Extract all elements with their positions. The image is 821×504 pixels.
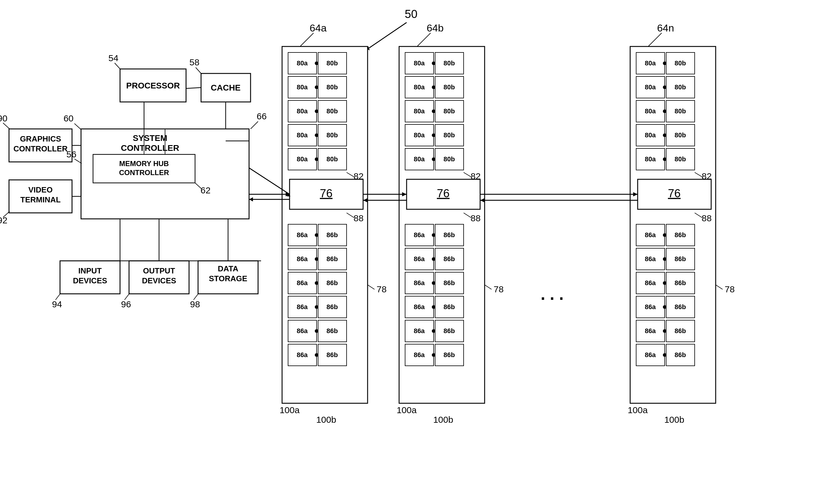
- svg-text:86a: 86a: [645, 279, 656, 287]
- svg-text:86b: 86b: [327, 231, 338, 239]
- svg-text:CONTROLLER: CONTROLLER: [119, 168, 169, 177]
- svg-text:88: 88: [702, 213, 712, 223]
- svg-text:80a: 80a: [414, 155, 425, 163]
- svg-text:80a: 80a: [414, 59, 425, 67]
- svg-text:60: 60: [64, 113, 73, 123]
- svg-text:86b: 86b: [675, 255, 686, 263]
- svg-text:100a: 100a: [397, 405, 417, 415]
- svg-text:94: 94: [52, 299, 62, 309]
- svg-text:. . .: . . .: [541, 285, 563, 303]
- svg-text:86a: 86a: [645, 303, 656, 311]
- svg-text:100a: 100a: [628, 405, 648, 415]
- svg-text:80a: 80a: [414, 131, 425, 139]
- svg-text:GRAPHICS: GRAPHICS: [20, 134, 61, 143]
- svg-text:80b: 80b: [675, 83, 686, 91]
- svg-text:80a: 80a: [297, 107, 308, 115]
- svg-text:100a: 100a: [280, 405, 300, 415]
- svg-text:100b: 100b: [664, 415, 685, 425]
- svg-text:86b: 86b: [675, 231, 686, 239]
- svg-text:86b: 86b: [443, 255, 455, 263]
- svg-text:86b: 86b: [327, 279, 338, 287]
- svg-text:INPUT: INPUT: [78, 266, 102, 275]
- svg-text:80b: 80b: [443, 131, 455, 139]
- svg-text:80a: 80a: [645, 155, 656, 163]
- svg-text:92: 92: [0, 215, 7, 225]
- svg-text:98: 98: [190, 299, 200, 309]
- svg-text:86b: 86b: [675, 279, 686, 287]
- svg-text:80a: 80a: [414, 83, 425, 91]
- svg-text:86a: 86a: [414, 231, 425, 239]
- svg-text:80b: 80b: [443, 59, 455, 67]
- svg-text:80b: 80b: [327, 59, 338, 67]
- svg-text:80b: 80b: [327, 155, 338, 163]
- svg-text:80b: 80b: [675, 131, 686, 139]
- svg-text:TERMINAL: TERMINAL: [20, 195, 61, 204]
- svg-text:80a: 80a: [645, 83, 656, 91]
- svg-text:80a: 80a: [645, 107, 656, 115]
- svg-text:80b: 80b: [327, 131, 338, 139]
- svg-text:80b: 80b: [443, 107, 455, 115]
- svg-text:86b: 86b: [327, 255, 338, 263]
- svg-text:78: 78: [494, 284, 503, 294]
- svg-text:SYSTEM: SYSTEM: [133, 133, 167, 143]
- svg-text:86a: 86a: [297, 327, 308, 335]
- svg-text:76: 76: [320, 187, 333, 200]
- svg-text:86a: 86a: [297, 279, 308, 287]
- svg-text:64n: 64n: [657, 22, 674, 34]
- patent-diagram: 50 GRAPHICS CONTROLLER 90 VIDEO TERMINAL…: [0, 0, 821, 504]
- svg-text:86a: 86a: [297, 303, 308, 311]
- svg-text:76: 76: [668, 187, 681, 200]
- svg-text:80b: 80b: [675, 107, 686, 115]
- svg-text:88: 88: [354, 213, 363, 223]
- svg-text:80a: 80a: [645, 131, 656, 139]
- svg-text:DEVICES: DEVICES: [73, 276, 107, 285]
- svg-text:86a: 86a: [645, 351, 656, 359]
- svg-text:90: 90: [0, 113, 7, 123]
- svg-text:86b: 86b: [675, 327, 686, 335]
- svg-text:80b: 80b: [675, 155, 686, 163]
- svg-text:MEMORY HUB: MEMORY HUB: [119, 160, 169, 168]
- svg-text:80a: 80a: [297, 83, 308, 91]
- svg-text:54: 54: [108, 53, 118, 63]
- svg-text:86b: 86b: [327, 303, 338, 311]
- svg-text:86a: 86a: [414, 279, 425, 287]
- svg-text:66: 66: [257, 111, 267, 121]
- svg-text:DATA: DATA: [218, 264, 239, 273]
- svg-text:DEVICES: DEVICES: [142, 276, 176, 285]
- svg-text:80a: 80a: [297, 155, 308, 163]
- svg-text:86a: 86a: [414, 255, 425, 263]
- svg-text:78: 78: [377, 284, 387, 294]
- svg-text:62: 62: [200, 185, 211, 195]
- svg-text:80b: 80b: [675, 59, 686, 67]
- svg-text:86b: 86b: [327, 327, 338, 335]
- svg-text:PROCESSOR: PROCESSOR: [126, 81, 180, 90]
- svg-text:CACHE: CACHE: [211, 83, 241, 92]
- svg-text:86b: 86b: [443, 231, 455, 239]
- svg-text:86b: 86b: [443, 351, 455, 359]
- svg-text:CONTROLLER: CONTROLLER: [13, 144, 68, 153]
- svg-text:OUTPUT: OUTPUT: [143, 266, 175, 275]
- svg-text:64b: 64b: [427, 22, 444, 34]
- svg-text:86b: 86b: [675, 351, 686, 359]
- svg-text:80a: 80a: [645, 59, 656, 67]
- svg-text:STORAGE: STORAGE: [209, 274, 247, 283]
- svg-text:86a: 86a: [645, 255, 656, 263]
- svg-text:80a: 80a: [414, 107, 425, 115]
- svg-text:86a: 86a: [414, 303, 425, 311]
- svg-text:96: 96: [121, 299, 131, 309]
- svg-text:86a: 86a: [414, 351, 425, 359]
- svg-text:80a: 80a: [297, 59, 308, 67]
- svg-text:VIDEO: VIDEO: [28, 185, 53, 194]
- svg-text:100b: 100b: [316, 415, 336, 425]
- svg-text:86a: 86a: [645, 327, 656, 335]
- svg-text:88: 88: [470, 213, 480, 223]
- svg-text:86b: 86b: [443, 303, 455, 311]
- svg-text:64a: 64a: [310, 22, 327, 34]
- svg-text:86a: 86a: [297, 231, 308, 239]
- svg-text:86b: 86b: [443, 327, 455, 335]
- svg-text:86b: 86b: [327, 351, 338, 359]
- svg-text:80b: 80b: [327, 83, 338, 91]
- svg-text:80b: 80b: [443, 155, 455, 163]
- svg-text:56: 56: [66, 149, 76, 159]
- svg-text:86b: 86b: [675, 303, 686, 311]
